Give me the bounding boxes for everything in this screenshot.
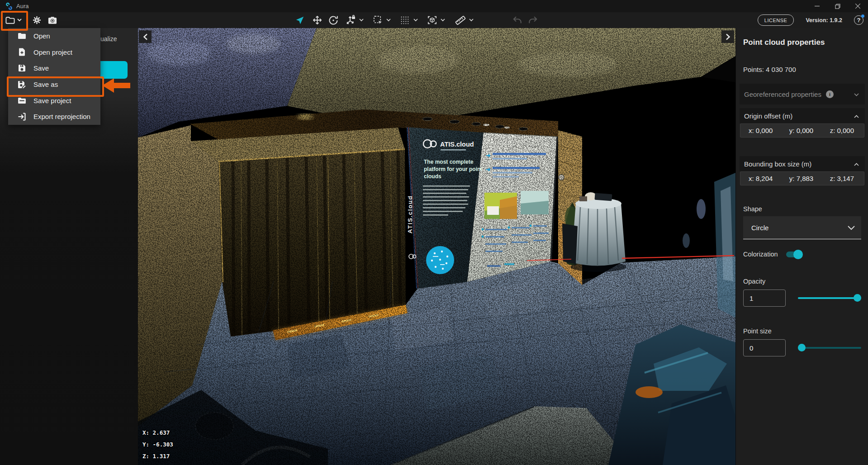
axes-lock-icon (345, 15, 356, 26)
point-size-slider[interactable] (798, 344, 861, 352)
settings-button[interactable] (31, 12, 43, 28)
point-grid-icon (400, 15, 410, 25)
screenshot-button[interactable] (46, 12, 59, 28)
toggle-knob (793, 250, 803, 259)
coord-z: Z: 1.317 (142, 451, 173, 462)
measure-tool-button[interactable] (455, 15, 474, 26)
origin-offset-values: x: 0,000 y: 0,000 z: 0,000 (740, 123, 864, 138)
redo-icon (528, 16, 538, 25)
export-icon (17, 113, 26, 121)
app-window: Aura (0, 0, 868, 465)
version-label: Version: 1.9.2 (806, 17, 842, 24)
point-size-label: Point size (743, 327, 772, 335)
chair-silhouette (562, 223, 578, 264)
section-bounding-box[interactable]: Bounding box size (m) (740, 156, 865, 171)
chevron-down-icon (854, 90, 859, 98)
pan-tool-button[interactable] (312, 15, 323, 25)
info-icon[interactable]: i (826, 90, 834, 98)
bounding-box-values: x: 8,204 y: 7,883 z: 3,147 (740, 171, 864, 185)
chevron-up-icon (854, 112, 859, 120)
opacity-label: Opacity (743, 278, 765, 285)
aura-logo-icon (5, 2, 13, 10)
annotation-arrow (102, 77, 130, 94)
cocktail-table (570, 192, 626, 272)
navigation-arrow-icon (295, 15, 305, 25)
origin-y: y: 0,000 (789, 127, 813, 134)
svg-text:platform for your point: platform for your point (424, 166, 482, 172)
menu-item-save[interactable]: Save (8, 60, 100, 76)
chevron-down-icon (848, 224, 855, 232)
toolbar: LICENSE Version: 1.9.2 ? (0, 12, 868, 28)
opacity-input[interactable] (743, 289, 786, 307)
orbit-tool-button[interactable] (328, 15, 339, 26)
restore-button[interactable] (827, 0, 848, 12)
collapse-right-panel-button[interactable] (721, 30, 734, 43)
bounding-box-label: Bounding box size (m) (744, 160, 811, 168)
colorization-toggle[interactable] (786, 251, 802, 257)
navigate-tool-button[interactable] (295, 15, 305, 25)
bbox-x: x: 8,204 (749, 175, 773, 182)
chevron-down-icon (413, 19, 418, 22)
point-size-slider-knob[interactable] (798, 344, 806, 351)
section-georeferenced[interactable]: Georeferenced properties i (740, 84, 865, 104)
point-size-input[interactable] (743, 339, 786, 356)
opacity-slider-knob[interactable] (854, 294, 861, 302)
chevron-down-icon (386, 19, 391, 22)
close-button[interactable] (848, 0, 868, 12)
chevron-left-icon (143, 33, 148, 40)
license-button[interactable]: LICENSE (758, 14, 794, 26)
transform-tool-button[interactable] (345, 15, 364, 26)
shape-value: Circle (751, 224, 768, 232)
georeferenced-label: Georeferenced properties (744, 90, 821, 98)
annotation-box-file-button (1, 11, 28, 31)
shape-label: Shape (743, 205, 762, 213)
colorization-label: Colorization (743, 251, 778, 258)
notification-dot (861, 14, 864, 18)
density-tool-button[interactable] (400, 15, 418, 25)
chevron-down-icon (441, 19, 445, 22)
origin-z: z: 0,000 (830, 127, 854, 134)
properties-panel: Point cloud properties Points: 4 030 700… (735, 28, 868, 465)
save-icon (17, 64, 26, 72)
points-count: Points: 4 030 700 (743, 66, 796, 73)
view-tools (295, 12, 538, 28)
panel-title: Point cloud properties (743, 38, 825, 47)
undo-button[interactable] (512, 16, 522, 25)
redo-button[interactable] (528, 16, 538, 25)
coord-x: X: 2.637 (142, 427, 173, 439)
folder-open-icon (17, 33, 26, 39)
title-bar: Aura (0, 0, 868, 13)
focus-tool-button[interactable] (427, 15, 445, 25)
shape-select[interactable]: Circle (743, 216, 861, 239)
rotate-icon (328, 15, 339, 26)
minimize-button[interactable] (807, 0, 827, 12)
bbox-z: z: 3,147 (830, 175, 854, 182)
svg-text:clouds: clouds (424, 173, 441, 180)
opacity-slider[interactable] (798, 294, 861, 302)
select-area-icon (373, 15, 383, 25)
menu-item-export-reprojection[interactable]: Export reprojection (8, 109, 100, 125)
app-title: Aura (16, 3, 28, 9)
menu-item-open-project[interactable]: Open project (8, 44, 100, 61)
banner-vertical-brand: ATIS.cloud (407, 195, 413, 234)
coord-y: Y: -6.303 (142, 439, 173, 451)
bbox-y: y: 7,883 (789, 175, 813, 182)
section-origin-offset[interactable]: Origin offset (m) (740, 108, 865, 123)
cursor-coordinates: X: 2.637 Y: -6.303 Z: 1.317 (142, 427, 173, 462)
folder-save-icon (17, 97, 26, 104)
origin-offset-label: Origin offset (m) (744, 112, 792, 120)
svg-text:The most complete: The most complete (424, 159, 474, 165)
origin-x: x: 0,000 (749, 127, 773, 134)
selection-tool-button[interactable] (373, 15, 391, 25)
collapse-left-panel-button[interactable] (139, 30, 152, 43)
point-cloud-scene: ATIS.cloud The most complete platform fo… (138, 28, 735, 465)
undo-icon (512, 16, 522, 25)
ruler-icon (455, 15, 466, 26)
chevron-up-icon (854, 160, 859, 168)
help-button[interactable]: ? (854, 15, 863, 25)
viewport-3d[interactable]: ATIS.cloud The most complete platform fo… (138, 28, 735, 465)
move-icon (312, 15, 323, 25)
tab-visualize-partial[interactable]: ualize (100, 35, 117, 43)
chevron-down-icon (359, 19, 364, 22)
chevron-down-icon (469, 19, 474, 22)
